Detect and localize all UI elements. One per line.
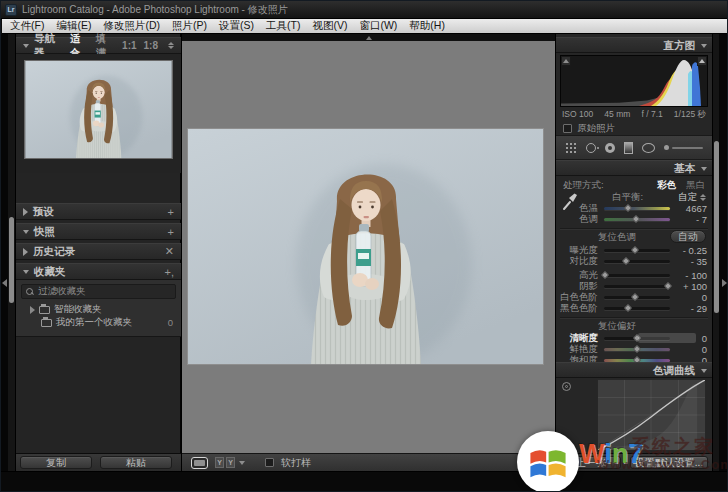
paste-button[interactable]: 粘贴 [100,456,172,469]
filmstrip-collapsed[interactable] [1,471,728,492]
exposure-slider[interactable] [604,249,670,252]
histogram-title: 直方图 [664,39,696,51]
left-scrollbar-thumb[interactable] [9,217,14,303]
panel-collections[interactable]: 收藏夹 +, [16,263,181,280]
zoom-1-1[interactable]: 1:1 [122,40,136,51]
panel-history[interactable]: 历史记录 ✕ [16,243,181,260]
clarity-slider[interactable] [604,337,670,340]
previous-button[interactable]: 上一张 [561,456,621,469]
target-adjustment-icon[interactable] [562,382,571,391]
blacks-slider[interactable] [604,307,670,310]
chevron-down-icon[interactable] [239,461,245,465]
right-footer: 上一张 设置默认设置... [556,453,712,471]
histogram-header[interactable]: 直方图 [556,37,712,53]
highlight-clipping-toggle[interactable] [697,56,707,66]
panel-snapshots[interactable]: 快照 + [16,223,181,240]
left-panel-collapse-strip[interactable] [1,34,8,471]
chevron-down-icon [701,44,707,48]
snapshots-title: 快照 [34,225,55,239]
spot-removal-icon[interactable] [586,143,596,153]
top-panel-collapse-strip[interactable] [182,34,555,41]
shadows-slider[interactable] [604,285,670,288]
collections-add-button[interactable]: +, [165,266,174,278]
temp-slider[interactable] [604,207,670,210]
crop-icon[interactable] [565,142,577,154]
collection-item-first[interactable]: 我的第一个收藏夹 0 [16,316,181,329]
highlights-slider[interactable] [604,274,670,277]
vibrance-slider[interactable] [604,348,670,351]
original-photo-checkbox[interactable] [563,124,572,133]
menu-window[interactable]: 窗口(W) [353,19,403,33]
set-default-button[interactable]: 设置默认设置... [630,456,708,469]
main-photo[interactable] [188,129,543,364]
snapshots-add-button[interactable]: + [168,226,174,238]
tint-slider-row: 色调 - 7 [556,214,712,225]
chevron-right-icon [30,306,35,314]
soft-proof-checkbox[interactable] [265,458,274,467]
title-bar: Lr Lightroom Catalog - Adobe Photoshop L… [1,1,728,19]
panel-presets[interactable]: 预设 + [16,203,181,220]
chevron-right-icon [23,248,28,256]
graduated-filter-icon[interactable] [624,142,633,154]
presets-add-button[interactable]: + [168,206,174,218]
treatment-color-option[interactable]: 彩色 [657,179,676,192]
slider-thumb[interactable] [631,215,639,223]
tool-strip [556,135,712,160]
collapse-left-icon[interactable] [2,279,7,287]
chevron-right-icon [23,208,28,216]
tone-curve-header[interactable]: 色调曲线 [556,362,712,378]
slider-thumb[interactable] [624,304,632,312]
loupe-view-icon[interactable] [191,457,208,469]
collapse-up-icon[interactable] [366,36,372,40]
right-scrollbar[interactable] [712,34,719,471]
whites-slider[interactable] [604,296,670,299]
right-panel-collapse-strip[interactable] [719,34,728,471]
menu-tools[interactable]: 工具(T) [260,19,306,33]
radial-filter-icon[interactable] [642,143,655,153]
collection-icon [41,319,52,327]
collections-body: 过滤收藏夹 智能收藏夹 我的第一个收藏夹 0 [16,280,181,337]
basic-header[interactable]: 基本 [556,160,712,176]
redeye-icon[interactable] [605,143,615,153]
auto-tone-button[interactable]: 自动 [670,230,706,243]
slider-thumb[interactable] [631,293,639,301]
tint-slider[interactable] [604,218,670,221]
before-after-right-icon[interactable]: Y [226,457,235,468]
wb-spinner-icon [700,194,706,201]
wb-select[interactable]: 自定 [678,191,712,204]
menu-view[interactable]: 视图(V) [306,19,353,33]
navigator-header[interactable]: 导航器 适合 填满 1:1 1:8 [16,37,181,54]
adjustment-brush-icon[interactable] [664,145,703,150]
zoom-spinner-icon[interactable] [168,42,174,49]
copy-button[interactable]: 复制 [20,456,92,469]
collections-filter-label: 过滤收藏夹 [38,285,86,298]
collection-item-smart[interactable]: 智能收藏夹 [16,303,181,316]
collections-filter-input[interactable]: 过滤收藏夹 [21,284,176,299]
history-clear-button[interactable]: ✕ [165,245,174,258]
menu-settings[interactable]: 设置(S) [213,19,260,33]
navigator-thumbnail[interactable] [25,61,172,158]
left-scrollbar[interactable] [8,34,16,471]
histogram[interactable] [560,55,708,107]
slider-thumb[interactable] [633,334,641,342]
presence-section-label: 复位偏好 [598,320,636,333]
menu-help[interactable]: 帮助(H) [403,19,451,33]
lightroom-window: Lr Lightroom Catalog - Adobe Photoshop L… [0,0,728,492]
slider-thumb[interactable] [633,345,641,353]
exif-info-row: ISO 100 45 mm f / 7.1 1/125 秒 [560,109,708,121]
shadow-clipping-toggle[interactable] [561,56,571,66]
wb-label: 白平衡: [612,191,643,204]
zoom-1-8[interactable]: 1:8 [144,40,158,51]
slider-thumb[interactable] [622,257,630,265]
contrast-slider[interactable] [604,260,670,263]
collapse-right-icon[interactable] [722,279,727,287]
slider-thumb[interactable] [631,246,639,254]
history-title: 历史记录 [33,245,75,259]
chevron-down-icon [23,230,29,234]
before-after-left-icon[interactable]: Y [215,457,224,468]
navigator-body [16,54,181,173]
search-icon [26,288,34,296]
slider-thumb[interactable] [624,204,632,212]
tone-curve-panel[interactable] [597,379,706,451]
chevron-down-icon [701,369,707,373]
